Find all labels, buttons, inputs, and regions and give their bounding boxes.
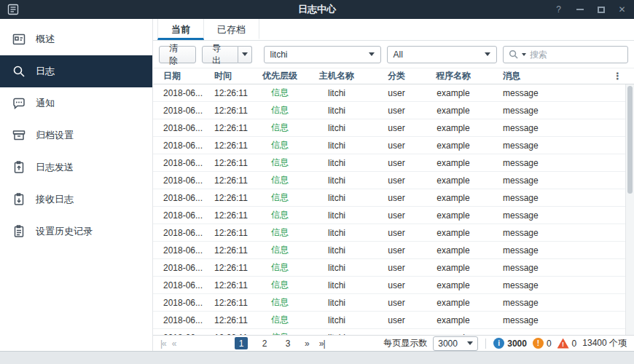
log-message-cell: message	[484, 158, 634, 168]
table-row[interactable]: 2018-06... 12:26:11 信息 litchi user examp…	[153, 137, 634, 154]
sidebar-item-label: 接收日志	[36, 193, 74, 206]
sidebar-item-logs[interactable]: 日志	[0, 55, 152, 87]
log-message-cell: message	[484, 333, 634, 336]
table-row[interactable]: 2018-06... 12:26:11 信息 litchi user examp…	[153, 259, 634, 277]
search-box	[503, 46, 628, 63]
warning-count-badge: ! 0	[533, 338, 552, 349]
export-dropdown-button[interactable]	[238, 46, 252, 63]
clear-button[interactable]: 清除	[159, 46, 196, 63]
sidebar-item-overview[interactable]: 概述	[0, 23, 152, 55]
table-scrollbar[interactable]	[625, 84, 634, 335]
host-filter-select[interactable]: litchi	[264, 46, 381, 63]
tab-archived[interactable]: 已存档	[204, 19, 259, 40]
sidebar-item-settings-history[interactable]: 设置历史记录	[0, 215, 152, 248]
error-count-badge: ! 0	[557, 339, 577, 349]
table-row[interactable]: 2018-06... 12:26:11 信息 litchi user examp…	[153, 242, 634, 259]
chevron-down-icon	[467, 341, 473, 345]
sidebar-item-log-sending[interactable]: 日志发送	[0, 151, 152, 183]
log-program-cell: example	[423, 123, 484, 133]
log-time-cell: 12:26:11	[210, 106, 257, 116]
log-category-cell: user	[370, 88, 423, 98]
log-category-cell: user	[370, 210, 423, 221]
level-filter-select[interactable]: All	[387, 46, 497, 63]
close-button[interactable]: ✕	[617, 4, 627, 15]
search-icon	[509, 50, 518, 59]
page-button-2[interactable]: 2	[258, 337, 271, 349]
maximize-button[interactable]	[596, 4, 606, 15]
page-button-1[interactable]: 1	[235, 337, 248, 349]
log-level-cell: 信息	[257, 157, 303, 169]
log-time-cell: 12:26:11	[210, 141, 257, 151]
log-level-cell: 信息	[257, 139, 303, 151]
log-level-cell: 信息	[257, 244, 303, 256]
help-button[interactable]: ?	[554, 4, 563, 15]
info-icon: i	[493, 338, 504, 349]
log-category-cell: user	[370, 228, 423, 238]
log-level-cell: 信息	[257, 191, 303, 204]
sidebar-item-notifications[interactable]: 通知	[0, 87, 152, 119]
table-row[interactable]: 2018-06... 12:26:11 信息 litchi user examp…	[153, 154, 634, 172]
column-header-host[interactable]: 主机名称	[303, 70, 370, 82]
sidebar-item-label: 日志	[36, 65, 55, 78]
log-center-window: 日志中心 ? ✕ 概述	[0, 0, 634, 364]
column-settings-icon[interactable]: ⋮	[613, 71, 622, 82]
column-header-category[interactable]: 分类	[370, 70, 423, 82]
divider	[485, 339, 486, 349]
sidebar-item-archive-settings[interactable]: 归档设置	[0, 119, 152, 151]
per-page-label: 每页显示数	[383, 337, 427, 349]
per-page-select[interactable]: 3000	[433, 336, 478, 351]
app-icon	[7, 4, 19, 15]
column-header-program[interactable]: 程序名称	[423, 70, 484, 82]
log-category-cell: user	[370, 263, 423, 273]
table-row[interactable]: 2018-06... 12:26:11 信息 litchi user examp…	[153, 207, 634, 224]
log-message-cell: message	[484, 315, 634, 325]
export-split-button: 导出	[202, 46, 252, 63]
log-time-cell: 12:26:11	[210, 245, 257, 256]
overview-icon	[12, 32, 26, 47]
column-header-level[interactable]: 优先层级	[257, 70, 303, 82]
log-message-cell: message	[484, 88, 634, 98]
column-header-time[interactable]: 时间	[210, 70, 257, 82]
log-time-cell: 12:26:11	[210, 228, 257, 238]
sidebar: 概述 日志 通知	[0, 19, 153, 351]
page-buttons: 1 2 3 » »|	[235, 337, 324, 349]
first-page-button[interactable]: |«	[160, 339, 166, 349]
next-page-button[interactable]: »	[305, 339, 309, 349]
sidebar-item-receive-logs[interactable]: 接收日志	[0, 183, 152, 215]
chevron-down-icon	[522, 53, 526, 56]
log-level-cell: 信息	[257, 174, 303, 186]
pagination-right: 每页显示数 3000 i 3000 ! 0 !	[383, 336, 627, 351]
table-row[interactable]: 2018-06... 12:26:11 信息 litchi user examp…	[153, 172, 634, 189]
table-row[interactable]: 2018-06... 12:26:11 信息 litchi user examp…	[153, 312, 634, 329]
table-row[interactable]: 2018-06... 12:26:11 信息 litchi user examp…	[153, 294, 634, 312]
search-input[interactable]	[530, 50, 622, 60]
table-row[interactable]: 2018-06... 12:26:11 信息 litchi user examp…	[153, 102, 634, 119]
table-row[interactable]: 2018-06... 12:26:11 信息 litchi user examp…	[153, 329, 634, 335]
last-page-button[interactable]: »|	[319, 339, 325, 349]
log-time-cell: 12:26:11	[210, 333, 257, 336]
log-message-cell: message	[484, 280, 634, 290]
log-date-cell: 2018-06...	[153, 210, 210, 221]
log-program-cell: example	[423, 106, 484, 116]
table-row[interactable]: 2018-06... 12:26:11 信息 litchi user examp…	[153, 119, 634, 137]
column-header-message[interactable]: 消息	[484, 70, 613, 82]
log-date-cell: 2018-06...	[153, 298, 210, 308]
page-button-3[interactable]: 3	[281, 337, 294, 349]
window-title: 日志中心	[0, 3, 634, 16]
table-row[interactable]: 2018-06... 12:26:11 信息 litchi user examp…	[153, 224, 634, 242]
log-host-cell: litchi	[303, 123, 370, 133]
log-level-cell: 信息	[257, 226, 303, 239]
table-header: 日期 时间 优先层级 主机名称 分类 程序名称 消息 ⋮	[153, 68, 634, 84]
log-program-cell: example	[423, 245, 484, 256]
log-time-cell: 12:26:11	[210, 175, 257, 186]
table-row[interactable]: 2018-06... 12:26:11 信息 litchi user examp…	[153, 277, 634, 294]
tab-current[interactable]: 当前	[157, 19, 204, 40]
table-row[interactable]: 2018-06... 12:26:11 信息 litchi user examp…	[153, 84, 634, 102]
export-button[interactable]: 导出	[202, 46, 238, 63]
scrollbar-thumb[interactable]	[627, 86, 633, 194]
minimize-button[interactable]	[575, 4, 584, 15]
prev-page-button[interactable]: «	[172, 339, 176, 349]
log-category-cell: user	[370, 280, 423, 290]
column-header-date[interactable]: 日期	[153, 70, 210, 82]
table-row[interactable]: 2018-06... 12:26:11 信息 litchi user examp…	[153, 189, 634, 207]
